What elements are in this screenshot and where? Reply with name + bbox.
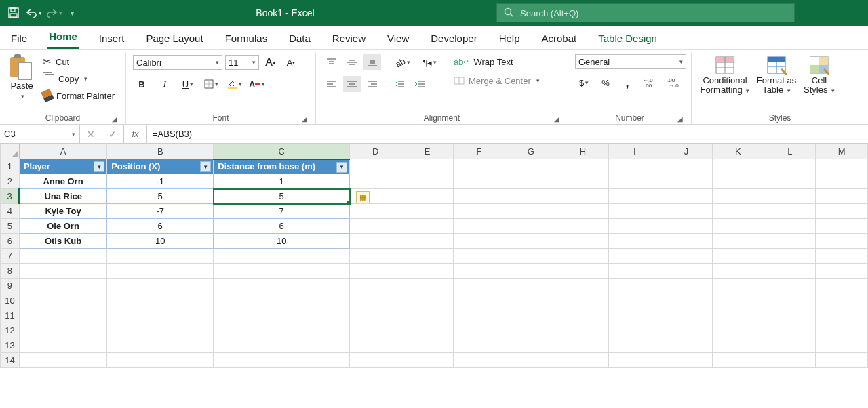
increase-decimal-button[interactable]: ←.0.00 xyxy=(640,75,660,91)
cell[interactable] xyxy=(712,159,764,174)
cell[interactable] xyxy=(401,249,453,264)
row-header[interactable]: 9 xyxy=(1,279,20,293)
cell[interactable] xyxy=(505,264,557,279)
cell[interactable] xyxy=(557,219,608,234)
tab-acrobat[interactable]: Acrobat xyxy=(540,33,578,49)
cell[interactable] xyxy=(505,249,557,264)
cell[interactable] xyxy=(816,249,868,264)
column-header[interactable]: A xyxy=(19,144,106,159)
cell[interactable] xyxy=(401,174,453,189)
borders-button[interactable]: ▾ xyxy=(202,76,220,92)
cell[interactable] xyxy=(19,338,106,353)
cell[interactable] xyxy=(453,189,505,204)
table-header-cell[interactable]: Distance from base (m)▼ xyxy=(214,159,350,174)
cell[interactable] xyxy=(816,234,868,249)
cell[interactable] xyxy=(19,308,106,323)
cell[interactable] xyxy=(712,204,764,219)
cell[interactable] xyxy=(712,279,764,293)
cell[interactable] xyxy=(505,279,557,293)
cell[interactable] xyxy=(816,308,868,323)
cell[interactable] xyxy=(350,279,401,293)
cell[interactable] xyxy=(557,249,608,264)
accounting-format-button[interactable]: $▾ xyxy=(575,75,593,91)
align-left-button[interactable] xyxy=(323,76,340,92)
cell[interactable] xyxy=(350,323,401,338)
cell[interactable] xyxy=(712,174,764,189)
cell[interactable] xyxy=(712,308,764,323)
cell[interactable] xyxy=(609,353,660,368)
cell[interactable] xyxy=(401,189,453,204)
align-middle-button[interactable] xyxy=(343,54,361,70)
font-size-combo[interactable]: 11▾ xyxy=(225,55,259,70)
tab-table-design[interactable]: Table Design xyxy=(597,33,658,49)
cell[interactable] xyxy=(505,338,557,353)
worksheet-grid[interactable]: A B C D E F G H I J K L M 1 Player▼ Posi… xyxy=(0,144,868,368)
cell[interactable] xyxy=(107,264,214,279)
cell[interactable] xyxy=(401,264,453,279)
format-painter-button[interactable]: Format Painter xyxy=(41,88,117,103)
cell[interactable] xyxy=(214,338,350,353)
cell[interactable] xyxy=(453,219,505,234)
formula-input[interactable]: =ABS(B3) xyxy=(147,125,868,143)
font-name-combo[interactable]: Calibri▾ xyxy=(133,55,222,70)
decrease-indent-button[interactable] xyxy=(391,76,408,92)
table-header-cell[interactable]: Position (X)▼ xyxy=(107,159,214,174)
cell[interactable] xyxy=(557,353,608,368)
cell[interactable]: 6 xyxy=(214,219,350,234)
cell[interactable] xyxy=(453,159,505,174)
filter-dropdown-icon[interactable]: ▼ xyxy=(94,161,104,172)
cell[interactable] xyxy=(557,293,608,308)
align-center-button[interactable] xyxy=(343,76,361,92)
fill-color-button[interactable]: ▾ xyxy=(225,76,243,92)
cell[interactable] xyxy=(557,323,608,338)
cell[interactable] xyxy=(660,338,712,353)
cell[interactable] xyxy=(214,293,350,308)
cell[interactable] xyxy=(505,204,557,219)
increase-font-button[interactable]: A▴ xyxy=(262,54,279,70)
cell[interactable] xyxy=(764,189,816,204)
tab-view[interactable]: View xyxy=(386,33,410,49)
search-box[interactable]: Search (Alt+Q) xyxy=(496,3,795,22)
dialog-launcher-icon[interactable]: ◢ xyxy=(554,115,559,123)
cell[interactable] xyxy=(214,249,350,264)
tab-insert[interactable]: Insert xyxy=(98,33,126,49)
cell[interactable] xyxy=(107,308,214,323)
cell[interactable] xyxy=(350,159,401,174)
cell[interactable] xyxy=(609,338,660,353)
column-header[interactable]: E xyxy=(401,144,453,159)
cell[interactable] xyxy=(712,353,764,368)
cell[interactable] xyxy=(401,293,453,308)
align-right-button[interactable] xyxy=(363,76,381,92)
cell[interactable] xyxy=(816,353,868,368)
conditional-formatting-button[interactable]: Conditional Formatting ▾ xyxy=(698,54,751,96)
cell[interactable]: Anne Orn xyxy=(19,174,106,189)
tab-developer[interactable]: Developer xyxy=(429,33,478,49)
enter-formula-button[interactable]: ✓ xyxy=(102,129,123,140)
cell[interactable] xyxy=(350,249,401,264)
decrease-font-button[interactable]: A▾ xyxy=(282,54,300,70)
row-header[interactable]: 14 xyxy=(1,353,20,368)
cell[interactable] xyxy=(816,219,868,234)
cell[interactable] xyxy=(816,204,868,219)
cell[interactable] xyxy=(660,323,712,338)
cell[interactable] xyxy=(401,234,453,249)
cell[interactable] xyxy=(609,189,660,204)
format-as-table-button[interactable]: Format as Table ▾ xyxy=(755,54,797,96)
autofill-options-icon[interactable]: ▦ xyxy=(356,191,370,203)
table-header-cell[interactable]: Player▼ xyxy=(19,159,106,174)
cell[interactable] xyxy=(660,249,712,264)
cell[interactable] xyxy=(660,353,712,368)
cell[interactable] xyxy=(350,338,401,353)
cell[interactable] xyxy=(816,279,868,293)
copy-button[interactable]: Copy ▾ xyxy=(41,71,117,86)
cell[interactable]: -7 xyxy=(107,204,214,219)
cell[interactable] xyxy=(557,308,608,323)
increase-indent-button[interactable] xyxy=(411,76,429,92)
select-all-button[interactable] xyxy=(1,144,20,159)
cell[interactable] xyxy=(453,279,505,293)
cell[interactable] xyxy=(764,338,816,353)
cell[interactable] xyxy=(505,159,557,174)
cell[interactable] xyxy=(19,323,106,338)
cell[interactable] xyxy=(660,159,712,174)
cell[interactable] xyxy=(557,264,608,279)
